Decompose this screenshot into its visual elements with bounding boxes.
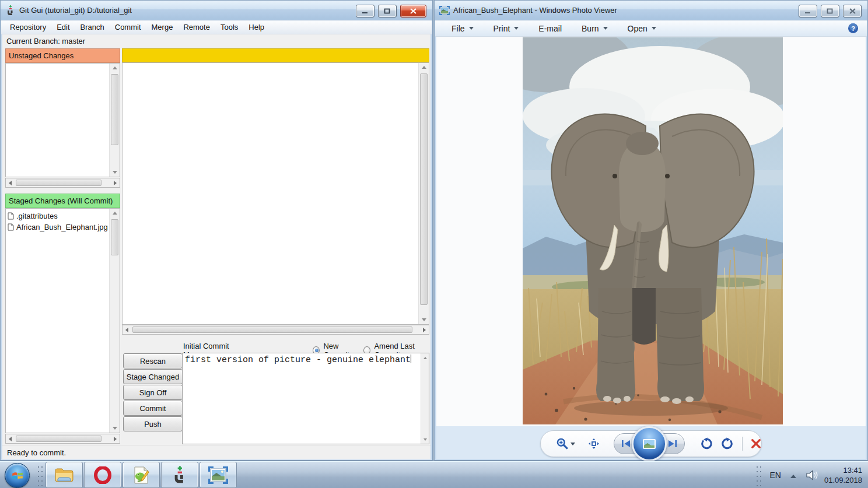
maximize-button[interactable] (378, 5, 397, 17)
commit-message-input[interactable]: first version of picture - genuine eleph… (182, 353, 429, 444)
taskbar-photoviewer-button[interactable] (200, 462, 237, 488)
git-gui-window: Git Gui (tutorial_git) D:/tutorial_git R… (0, 0, 433, 461)
staged-file-row[interactable]: African_Bush_Elephant.jpg (6, 222, 120, 233)
chevron-down-icon (570, 443, 575, 448)
staged-changes-list[interactable]: .gitattributes African_Bush_Elephant.jpg (5, 208, 120, 433)
menu-remote[interactable]: Remote (178, 21, 215, 33)
diff-view[interactable] (122, 62, 429, 325)
file-icon (8, 212, 14, 220)
fit-to-window-button[interactable] (588, 438, 600, 450)
diff-horizontal-scrollbar[interactable] (122, 325, 429, 335)
zoom-icon (556, 437, 569, 450)
menu-edit[interactable]: Edit (51, 21, 75, 33)
staged-file-row[interactable]: .gitattributes (6, 210, 120, 222)
maximize-button[interactable] (821, 5, 839, 17)
rotate-ccw-icon (700, 437, 713, 450)
close-button[interactable] (843, 5, 862, 17)
taskbar: EN 13:41 01.09.2018 (0, 461, 868, 488)
taskbar-clock[interactable]: 13:41 01.09.2018 (824, 465, 862, 485)
file-icon (8, 223, 14, 231)
status-text: Ready to commit. (7, 448, 66, 457)
viewer-menu-email[interactable]: E-mail (538, 24, 562, 33)
chevron-down-icon (603, 27, 608, 32)
viewer-menu-open[interactable]: Open (628, 24, 656, 33)
rotate-clockwise-button[interactable] (721, 437, 734, 450)
volume-button[interactable] (806, 469, 818, 481)
unstaged-vertical-scrollbar[interactable] (109, 64, 120, 177)
commit-message-scrollbar[interactable] (421, 353, 429, 444)
diff-vertical-scrollbar[interactable] (418, 63, 429, 324)
menu-branch[interactable]: Branch (75, 21, 110, 33)
taskbar-explorer-button[interactable] (46, 462, 83, 488)
help-button[interactable]: ? (848, 23, 859, 34)
staged-horizontal-scrollbar[interactable] (5, 434, 120, 444)
language-indicator[interactable]: EN (769, 471, 780, 480)
git-window-title: Git Gui (tutorial_git) D:/tutorial_git (19, 6, 132, 15)
zoom-button[interactable] (556, 437, 575, 450)
commit-button[interactable]: Commit (123, 401, 183, 416)
stage-changed-button[interactable]: Stage Changed (123, 369, 183, 384)
explorer-icon (54, 467, 74, 483)
git-titlebar[interactable]: Git Gui (tutorial_git) D:/tutorial_git (1, 1, 432, 20)
photo-viewer-icon (208, 466, 228, 484)
unstaged-horizontal-scrollbar[interactable] (5, 178, 120, 188)
close-button[interactable] (400, 5, 426, 17)
git-logo-icon (171, 466, 188, 485)
previous-icon (620, 439, 632, 448)
taskbar-notepadpp-button[interactable] (123, 462, 160, 488)
minimize-button[interactable] (799, 5, 817, 17)
menu-merge[interactable]: Merge (146, 21, 178, 33)
previous-button[interactable] (620, 439, 632, 448)
show-hidden-icons-button[interactable] (787, 472, 800, 478)
menu-help[interactable]: Help (243, 21, 270, 33)
viewer-window-title: African_Bush_Elephant - Windows Photo Vi… (453, 6, 617, 15)
chevron-down-icon (469, 27, 474, 32)
chevron-down-icon (652, 27, 656, 32)
staged-file-name: .gitattributes (16, 212, 58, 220)
volume-icon (806, 469, 818, 481)
rotate-counterclockwise-button[interactable] (700, 437, 713, 450)
viewer-menu-burn[interactable]: Burn (582, 24, 608, 33)
minimize-button[interactable] (356, 5, 374, 17)
desktop: { "git": { "title": "Git Gui (tutorial_g… (0, 0, 868, 488)
unstaged-changes-list[interactable] (5, 63, 120, 177)
delete-button[interactable] (751, 438, 761, 449)
menu-repository[interactable]: Repository (5, 21, 51, 33)
viewer-titlebar[interactable]: African_Bush_Elephant - Windows Photo Vi… (435, 1, 867, 20)
taskbar-opera-button[interactable] (84, 462, 121, 488)
taskbar-grip[interactable] (36, 464, 44, 486)
staged-changes-header[interactable]: Staged Changes (Will Commit) (5, 194, 120, 208)
push-button[interactable]: Push (123, 416, 183, 431)
taskbar-gitgui-button[interactable] (161, 462, 198, 488)
start-button[interactable] (5, 463, 30, 488)
play-slideshow-button[interactable] (632, 426, 667, 461)
menu-commit[interactable]: Commit (110, 21, 146, 33)
slideshow-icon (642, 438, 656, 450)
unstaged-changes-header[interactable]: Unstaged Changes (5, 48, 120, 63)
diff-header-bar (122, 48, 429, 62)
commit-message-text: first version of picture - genuine eleph… (185, 355, 411, 365)
viewer-menu-print[interactable]: Print (494, 24, 519, 33)
chevron-down-icon (514, 27, 519, 32)
clock-time: 13:41 (824, 465, 862, 475)
current-branch-label: Current Branch: master (3, 34, 430, 47)
git-logo-icon (5, 5, 16, 16)
opera-icon (94, 466, 111, 484)
next-button[interactable] (667, 439, 678, 448)
menu-tools[interactable]: Tools (215, 21, 243, 33)
rescan-button[interactable]: Rescan (123, 353, 183, 368)
viewer-menu-file[interactable]: File (452, 24, 474, 33)
tray-grip[interactable] (755, 464, 762, 487)
sign-off-button[interactable]: Sign Off (123, 385, 183, 400)
viewer-toolbar (540, 430, 762, 457)
next-icon (667, 439, 678, 448)
svg-text:?: ? (851, 25, 855, 32)
delete-icon (751, 438, 761, 449)
viewer-photo-area (436, 37, 866, 426)
viewer-menubar: File Print E-mail Burn Open ? (435, 20, 867, 37)
help-icon: ? (848, 23, 859, 34)
show-hidden-icon (790, 472, 796, 478)
navigation-group (614, 433, 685, 454)
staged-vertical-scrollbar[interactable] (109, 209, 120, 433)
git-status-bar: Ready to commit. (2, 445, 430, 459)
